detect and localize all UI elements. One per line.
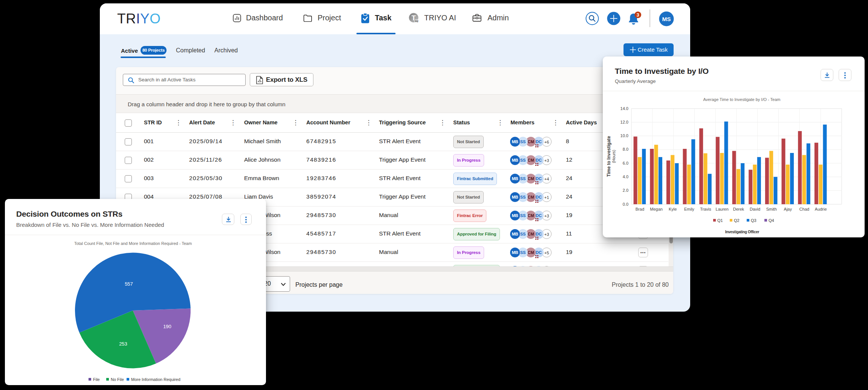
svg-text:Q4: Q4 xyxy=(769,218,774,223)
svg-text:Q3: Q3 xyxy=(751,218,756,223)
svg-text:Q1: Q1 xyxy=(717,218,723,223)
svg-text:Travis: Travis xyxy=(700,207,711,211)
svg-text:14.0: 14.0 xyxy=(620,106,628,111)
svg-text:557: 557 xyxy=(125,281,133,287)
svg-text:0.0: 0.0 xyxy=(623,202,628,206)
svg-text:6.0: 6.0 xyxy=(623,161,628,165)
svg-text:Megan: Megan xyxy=(650,207,663,211)
svg-text:Chad: Chad xyxy=(799,207,809,211)
svg-text:10.0: 10.0 xyxy=(620,133,628,138)
svg-text:3: 3 xyxy=(637,12,639,18)
svg-text:MS: MS xyxy=(662,16,671,22)
svg-text:Investigating Officer: Investigating Officer xyxy=(725,230,760,234)
svg-text:2.0: 2.0 xyxy=(623,188,628,193)
svg-text:253: 253 xyxy=(119,341,127,347)
svg-text:Time to Investigate: Time to Investigate xyxy=(606,136,611,177)
svg-text:Emily: Emily xyxy=(684,207,694,211)
svg-text:Brad: Brad xyxy=(636,207,644,211)
svg-text:12.0: 12.0 xyxy=(620,120,628,124)
svg-text:More Information Required: More Information Required xyxy=(131,377,180,382)
svg-text:Ajay: Ajay xyxy=(784,207,792,211)
svg-text:File: File xyxy=(93,377,100,382)
svg-text:8.0: 8.0 xyxy=(623,147,628,151)
svg-text:Kyle: Kyle xyxy=(669,207,677,211)
svg-text:190: 190 xyxy=(163,324,171,329)
svg-text:David: David xyxy=(750,207,760,211)
svg-text:Lauren: Lauren xyxy=(716,207,729,211)
svg-text:Total Count File, Not File and: Total Count File, Not File and More Info… xyxy=(74,241,192,246)
svg-text:AI: AI xyxy=(415,19,419,23)
svg-text:No File: No File xyxy=(111,377,124,382)
svg-text:Smith: Smith xyxy=(766,207,777,211)
svg-text:4.0: 4.0 xyxy=(623,174,628,179)
svg-text:Audrie: Audrie xyxy=(815,207,827,211)
svg-text:(Hours): (Hours) xyxy=(611,150,616,163)
svg-text:Q2: Q2 xyxy=(734,218,740,223)
svg-text:Derek: Derek xyxy=(733,207,744,211)
svg-text:Average Time to Investigate by: Average Time to Investigate by I/O - Tea… xyxy=(703,97,780,102)
